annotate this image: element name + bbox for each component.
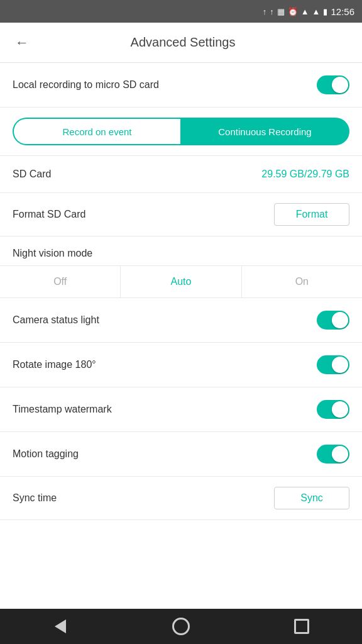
- status-bar: ↑ ↑ ▦ ⏰ ▲ ▲ ▮ 12:56: [0, 0, 362, 23]
- bottom-nav: [0, 609, 362, 644]
- continuous-recording-tab[interactable]: Continuous Recording: [181, 118, 349, 145]
- motion-tagging-row: Motion tagging: [0, 432, 362, 477]
- vibrate-icon: ▦: [277, 7, 285, 16]
- upload-icon-2: ↑: [270, 7, 274, 16]
- night-vision-on[interactable]: On: [242, 266, 362, 297]
- camera-status-toggle[interactable]: [317, 311, 349, 330]
- rotate-image-label: Rotate image 180°: [13, 359, 96, 370]
- nav-home-button[interactable]: [162, 614, 200, 639]
- timestamp-toggle[interactable]: [317, 400, 349, 419]
- back-button[interactable]: ←: [10, 32, 34, 53]
- record-on-event-tab[interactable]: Record on event: [13, 118, 181, 145]
- sdcard-label: SD Card: [13, 169, 51, 180]
- night-vision-auto-label: Auto: [171, 276, 192, 287]
- nav-back-button[interactable]: [41, 614, 79, 639]
- camera-status-label: Camera status light: [13, 314, 99, 326]
- night-vision-off-label: Off: [53, 276, 67, 287]
- format-sdcard-row: Format SD Card Format: [0, 193, 362, 236]
- night-vision-off[interactable]: Off: [0, 266, 121, 297]
- night-vision-on-label: On: [295, 276, 309, 287]
- timestamp-row: Timestamp watermark: [0, 387, 362, 432]
- timestamp-label: Timestamp watermark: [13, 404, 112, 415]
- format-button[interactable]: Format: [274, 203, 349, 226]
- format-label: Format SD Card: [13, 209, 85, 220]
- night-vision-row: Off Auto On: [0, 265, 362, 298]
- top-bar: ← Advanced Settings: [0, 23, 362, 63]
- page-title: Advanced Settings: [44, 35, 322, 50]
- rotate-image-toggle[interactable]: [317, 355, 349, 374]
- upload-icon: ↑: [263, 7, 267, 16]
- sdcard-row: SD Card 29.59 GB/29.79 GB: [0, 156, 362, 193]
- sync-time-row: Sync time Sync: [0, 477, 362, 520]
- motion-tagging-toggle[interactable]: [317, 445, 349, 464]
- sync-time-label: Sync time: [13, 492, 57, 504]
- camera-status-row: Camera status light: [0, 298, 362, 343]
- rotate-image-row: Rotate image 180°: [0, 343, 362, 387]
- back-icon: ←: [15, 35, 29, 50]
- wifi-icon: ▲: [301, 7, 309, 16]
- night-vision-auto[interactable]: Auto: [121, 266, 241, 297]
- local-recording-toggle[interactable]: [317, 75, 349, 94]
- sdcard-value: 29.59 GB/29.79 GB: [261, 169, 349, 180]
- sync-button[interactable]: Sync: [274, 487, 349, 509]
- nav-recents-button[interactable]: [283, 614, 321, 639]
- signal-icon: ▲: [312, 7, 321, 16]
- night-vision-section-label: Night vision mode: [0, 236, 362, 265]
- motion-tagging-label: Motion tagging: [13, 448, 79, 460]
- local-recording-row: Local recording to micro SD card: [0, 63, 362, 108]
- alarm-icon: ⏰: [288, 7, 298, 16]
- status-time: 12:56: [331, 6, 354, 17]
- local-recording-label: Local recording to micro SD card: [13, 79, 159, 91]
- settings-content: Local recording to micro SD card Record …: [0, 63, 362, 520]
- battery-icon: ▮: [323, 7, 327, 16]
- recording-mode-row: Record on event Continuous Recording: [0, 108, 362, 156]
